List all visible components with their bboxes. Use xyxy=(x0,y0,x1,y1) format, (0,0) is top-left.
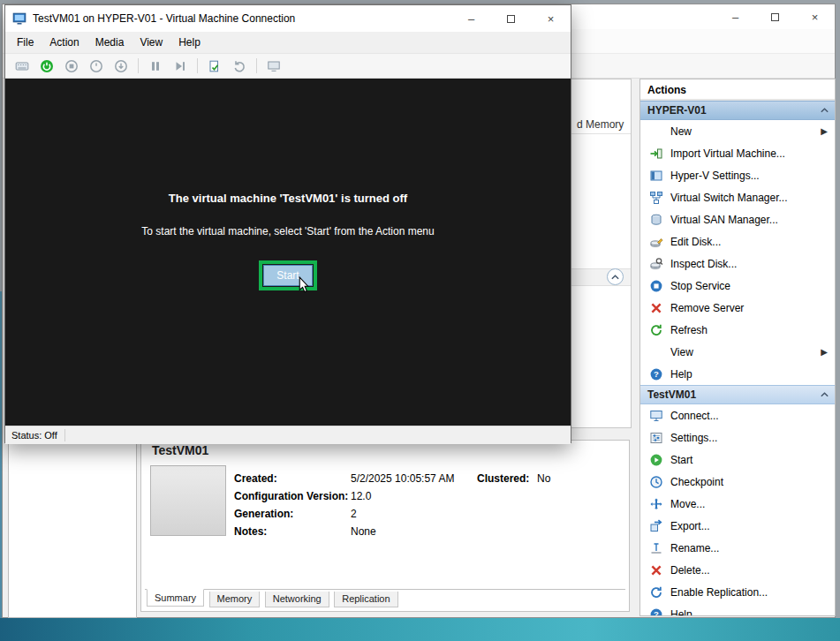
vm-window-title: TestVM01 on HYPER-V01 - Virtual Machine … xyxy=(33,12,451,25)
collapse-section-button[interactable] xyxy=(607,268,624,285)
action-label: Virtual Switch Manager... xyxy=(670,192,828,204)
menu-view[interactable]: View xyxy=(132,34,170,51)
menu-action[interactable]: Action xyxy=(42,34,87,51)
start-icon xyxy=(649,453,664,467)
toolbar-separator xyxy=(138,58,139,73)
action-label: Checkpoint xyxy=(670,476,828,488)
vm-toolbar xyxy=(5,53,571,79)
action-label: Rename... xyxy=(670,542,828,554)
group-title: TestVM01 xyxy=(647,388,696,401)
pause-button[interactable] xyxy=(144,56,167,77)
detail-label: Notes: xyxy=(234,525,267,538)
action-item-settings[interactable]: Settings... xyxy=(640,426,835,449)
revert-button[interactable] xyxy=(228,56,251,77)
action-label: Settings... xyxy=(670,432,828,444)
detail-value: No xyxy=(537,472,550,485)
menu-file[interactable]: File xyxy=(9,34,42,51)
action-item-help-host[interactable]: Help xyxy=(640,363,835,385)
power-icon xyxy=(40,59,54,73)
turn-off-button[interactable] xyxy=(60,56,83,77)
rename-icon xyxy=(649,541,664,555)
shut-down-button[interactable] xyxy=(85,56,108,77)
details-tab-strip: Summary Memory Networking Replication xyxy=(145,589,625,607)
detail-row-config-version: Configuration Version: 12.0 xyxy=(234,490,348,502)
reset-button[interactable] xyxy=(169,56,192,77)
save-icon xyxy=(114,59,128,73)
vm-thumbnail xyxy=(150,465,226,536)
action-item-start[interactable]: Start xyxy=(640,449,835,471)
stop-service-icon xyxy=(649,279,664,293)
manager-close-button[interactable]: × xyxy=(795,4,835,29)
action-item-virtual-switch-manager[interactable]: Virtual Switch Manager... xyxy=(640,186,835,208)
action-item-enable-replication[interactable]: Enable Replication... xyxy=(640,581,835,603)
enhanced-session-button[interactable] xyxy=(262,56,285,77)
tab-summary[interactable]: Summary xyxy=(147,589,204,607)
action-item-remove-server[interactable]: Remove Server xyxy=(640,297,835,319)
submenu-arrow-icon: ▶ xyxy=(821,126,828,136)
assigned-memory-column-header[interactable]: d Memory xyxy=(577,118,624,131)
action-item-edit-disk[interactable]: Edit Disk... xyxy=(640,230,835,253)
action-item-connect[interactable]: Connect... xyxy=(640,404,835,426)
action-item-rename[interactable]: Rename... xyxy=(640,537,835,559)
checkpoint-icon xyxy=(208,59,222,73)
enhanced-session-icon xyxy=(267,59,281,73)
action-label: Delete... xyxy=(670,564,828,577)
tab-networking[interactable]: Networking xyxy=(265,592,329,607)
action-item-virtual-san-manager[interactable]: Virtual SAN Manager... xyxy=(640,208,835,230)
detail-value: 2 xyxy=(351,508,357,520)
action-label: Refresh xyxy=(670,324,828,336)
action-item-hyperv-settings[interactable]: Hyper-V Settings... xyxy=(640,164,835,186)
menu-help[interactable]: Help xyxy=(170,34,208,51)
manager-maximize-button[interactable] xyxy=(755,4,795,29)
detail-value: 5/2/2025 10:05:57 AM xyxy=(351,472,454,485)
actions-group-header-hyperv01[interactable]: HYPER-V01 xyxy=(640,101,835,120)
mouse-cursor xyxy=(299,276,310,294)
action-item-export[interactable]: Export... xyxy=(640,515,835,537)
status-text: Status: Off xyxy=(11,430,57,441)
vm-minimize-button[interactable]: – xyxy=(451,5,491,32)
shut-down-icon xyxy=(89,59,103,73)
vm-maximize-button[interactable] xyxy=(491,5,531,32)
detail-value: None xyxy=(351,525,376,538)
action-item-refresh[interactable]: Refresh xyxy=(640,319,835,341)
action-item-import-virtual-machine[interactable]: Import Virtual Machine... xyxy=(640,142,835,164)
inspect-disk-icon xyxy=(649,257,664,271)
maximize-icon xyxy=(507,15,515,23)
tab-replication[interactable]: Replication xyxy=(334,592,397,607)
toolbar-separator xyxy=(256,58,257,73)
vm-details-pane: TestVM01 Created: 5/2/2025 10:05:57 AM C… xyxy=(140,440,630,612)
vm-off-message: The virtual machine 'TestVM01' is turned… xyxy=(5,192,571,205)
start-vm-button[interactable] xyxy=(35,56,58,77)
action-label: Connect... xyxy=(670,410,828,422)
action-item-new[interactable]: New ▶ xyxy=(640,120,835,142)
vm-titlebar[interactable]: TestVM01 on HYPER-V01 - Virtual Machine … xyxy=(5,5,571,32)
detail-row-clustered: Clustered: No xyxy=(477,472,529,485)
action-item-view[interactable]: View ▶ xyxy=(640,341,835,363)
action-item-delete[interactable]: Delete... xyxy=(640,559,835,581)
vm-close-button[interactable]: × xyxy=(531,5,571,32)
checkpoint-icon xyxy=(649,475,664,489)
group-title: HYPER-V01 xyxy=(647,104,707,117)
tab-memory[interactable]: Memory xyxy=(209,592,261,607)
action-item-inspect-disk[interactable]: Inspect Disk... xyxy=(640,253,835,275)
action-item-checkpoint[interactable]: Checkpoint xyxy=(640,471,835,493)
action-label: Virtual SAN Manager... xyxy=(670,214,828,226)
manager-minimize-button[interactable]: – xyxy=(715,4,755,29)
detail-value: 12.0 xyxy=(351,490,371,502)
ctrl-alt-del-button[interactable] xyxy=(11,56,34,77)
save-state-button[interactable] xyxy=(110,56,132,77)
checkpoint-button[interactable] xyxy=(203,56,226,77)
action-item-move[interactable]: Move... xyxy=(640,493,835,515)
menu-media[interactable]: Media xyxy=(87,34,132,51)
maximize-icon xyxy=(771,13,779,21)
detail-row-notes: Notes: None xyxy=(234,525,267,538)
action-item-stop-service[interactable]: Stop Service xyxy=(640,275,835,297)
chevron-up-icon[interactable] xyxy=(820,107,829,114)
actions-group-header-testvm01[interactable]: TestVM01 xyxy=(640,385,835,404)
action-item-help-vm[interactable]: Help xyxy=(640,603,835,616)
chevron-up-icon[interactable] xyxy=(820,391,829,398)
virtual-san-icon xyxy=(649,213,664,227)
desktop-taskbar-band xyxy=(0,618,840,641)
vm-menubar: File Action Media View Help xyxy=(5,32,571,53)
move-icon xyxy=(649,497,664,511)
